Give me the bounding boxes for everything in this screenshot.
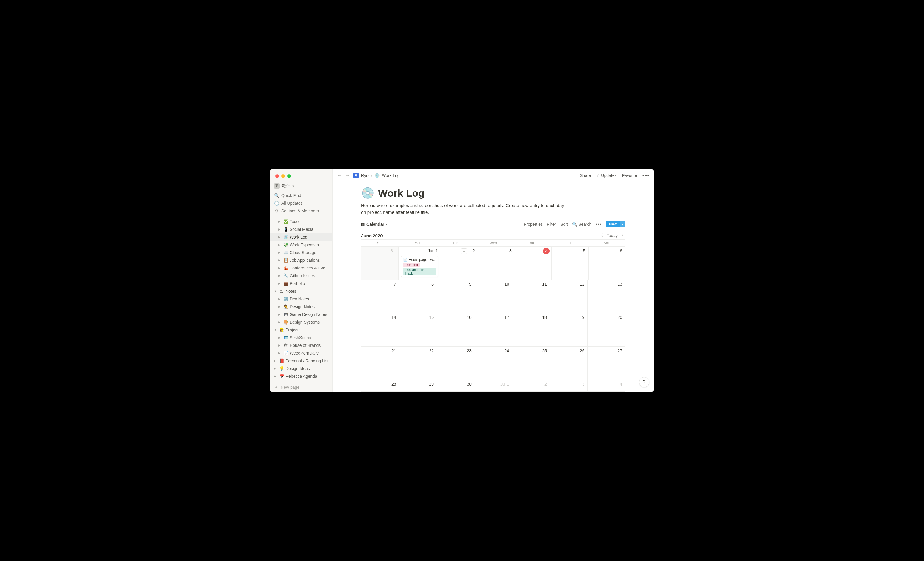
sidebar-item[interactable]: ▶📄WeedPornDaily <box>270 349 332 357</box>
calendar-cell[interactable]: 26 <box>550 346 588 380</box>
quick-find[interactable]: 🔍 Quick Find <box>270 191 332 199</box>
calendar-cell[interactable]: 2 <box>512 380 550 392</box>
chevron-right-icon[interactable]: ▶ <box>278 251 282 254</box>
sidebar-item[interactable]: ▶⚙️Dev Notes <box>270 295 332 303</box>
sidebar-item[interactable]: ▶🎪Conferences & Events <box>270 264 332 272</box>
chevron-right-icon[interactable]: ▶ <box>278 305 282 308</box>
breadcrumb-root[interactable]: Ryo <box>361 173 369 178</box>
chevron-right-icon[interactable]: ▶ <box>278 352 282 355</box>
calendar-cell[interactable]: 7 <box>362 280 399 313</box>
chevron-right-icon[interactable]: ▶ <box>278 336 282 339</box>
calendar-cell[interactable]: 6 <box>588 246 625 280</box>
chevron-right-icon[interactable]: ▶ <box>274 367 278 370</box>
minimize-icon[interactable] <box>281 174 285 178</box>
close-icon[interactable] <box>275 174 279 178</box>
calendar-cell[interactable]: 27 <box>587 346 625 380</box>
chevron-down-icon[interactable]: ▼ <box>274 290 278 293</box>
new-page-button[interactable]: ＋ New page <box>270 382 332 392</box>
sidebar-item[interactable]: ▶🎮Game Design Notes <box>270 311 332 318</box>
chevron-right-icon[interactable]: ▶ <box>278 282 282 285</box>
calendar-cell[interactable]: 19 <box>550 313 588 346</box>
toolbar-more-icon[interactable]: ••• <box>596 223 602 226</box>
share-button[interactable]: Share <box>580 173 591 178</box>
page-description[interactable]: Here is where examples and screenshots o… <box>361 202 570 215</box>
calendar-cell[interactable]: 17 <box>474 313 512 346</box>
sidebar-item[interactable]: ▶📕Personal / Reading List <box>270 357 332 365</box>
sidebar-item[interactable]: ▶🪪SeshSource <box>270 334 332 341</box>
sidebar-item[interactable]: ▶☁️Cloud Storage <box>270 249 332 256</box>
chevron-right-icon[interactable]: ▶ <box>278 228 282 231</box>
calendar-today-button[interactable]: Today <box>607 233 618 238</box>
chevron-right-icon[interactable]: ▶ <box>278 321 282 324</box>
breadcrumb-page[interactable]: Work Log <box>382 173 400 178</box>
calendar-cell[interactable]: 24 <box>474 346 512 380</box>
sidebar-item[interactable]: ▶🏛House of Brands <box>270 341 332 349</box>
calendar-cell[interactable]: 30 <box>437 380 474 392</box>
search-button[interactable]: 🔍 Search <box>572 222 591 227</box>
sort-button[interactable]: Sort <box>560 222 568 227</box>
more-icon[interactable]: ••• <box>642 174 650 177</box>
calendar-cell[interactable]: 18 <box>512 313 550 346</box>
chevron-right-icon[interactable]: ▶ <box>278 236 282 239</box>
maximize-icon[interactable] <box>287 174 291 178</box>
chevron-right-icon[interactable]: ▶ <box>278 274 282 277</box>
calendar-cell[interactable]: 21 <box>362 346 399 380</box>
chevron-right-icon[interactable]: ▶ <box>278 298 282 301</box>
calendar-cell[interactable]: 28 <box>362 380 399 392</box>
calendar-cell[interactable]: 12 <box>550 280 588 313</box>
calendar-cell[interactable]: 20 <box>587 313 625 346</box>
view-switcher[interactable]: ▦ Calendar ▾ <box>361 222 388 227</box>
calendar-cell[interactable]: 31 <box>362 246 398 280</box>
sidebar-item[interactable]: ▶📋Job Applications <box>270 256 332 264</box>
help-button[interactable]: ? <box>639 377 649 387</box>
chevron-right-icon[interactable]: ▶ <box>278 259 282 262</box>
chevron-right-icon[interactable]: ▶ <box>278 220 282 223</box>
page-icon[interactable]: 💿 <box>361 187 375 199</box>
chevron-right-icon[interactable]: ▶ <box>274 359 278 362</box>
calendar-cell[interactable]: 16 <box>437 313 474 346</box>
chevron-right-icon[interactable]: ▶ <box>278 344 282 347</box>
sidebar-item[interactable]: ▶📅Rebecca Agenda <box>270 373 332 380</box>
calendar-cell[interactable]: 4 <box>515 246 552 280</box>
filter-button[interactable]: Filter <box>547 222 556 227</box>
page-title[interactable]: Work Log <box>378 187 424 199</box>
calendar-cell[interactable]: 25 <box>512 346 550 380</box>
chevron-down-icon[interactable]: ▼ <box>274 328 278 331</box>
calendar-cell[interactable]: 29 <box>399 380 437 392</box>
settings-members[interactable]: ⚙ Settings & Members <box>270 207 332 215</box>
calendar-cell[interactable]: 5 <box>551 246 588 280</box>
calendar-next-button[interactable]: 〉 <box>621 233 626 238</box>
calendar-cell[interactable]: 22 <box>399 346 437 380</box>
calendar-cell[interactable]: 11 <box>512 280 550 313</box>
calendar-cell[interactable]: 10 <box>474 280 512 313</box>
calendar-cell[interactable]: Jun 1📄Hours page - w…FrontendFreelance T… <box>398 246 441 280</box>
chevron-right-icon[interactable]: ▶ <box>278 266 282 269</box>
nav-forward-button[interactable]: → <box>345 173 350 178</box>
sidebar-item[interactable]: ▶💸Work Expenses <box>270 241 332 249</box>
sidebar-item[interactable]: ▶📱Social Media <box>270 226 332 233</box>
chevron-right-icon[interactable]: ▶ <box>278 313 282 316</box>
chevron-right-icon[interactable]: ▶ <box>278 243 282 246</box>
sidebar-item[interactable]: ▶💿Work Log <box>270 233 332 241</box>
calendar-cell[interactable]: 14 <box>362 313 399 346</box>
add-entry-button[interactable]: ＋ <box>461 248 467 254</box>
new-button[interactable]: New ▾ <box>606 221 626 227</box>
sidebar-item[interactable]: ▶💼Portfolio <box>270 280 332 287</box>
calendar-cell[interactable]: 3 <box>550 380 588 392</box>
new-button-dropdown[interactable]: ▾ <box>620 221 626 227</box>
all-updates[interactable]: 🕘 All Updates <box>270 199 332 207</box>
favorite-button[interactable]: Favorite <box>622 173 638 178</box>
calendar-cell[interactable]: 3 <box>478 246 515 280</box>
calendar-cell[interactable]: 23 <box>437 346 474 380</box>
calendar-cell[interactable]: 2＋ <box>441 246 478 280</box>
calendar-cell[interactable]: 4 <box>587 380 625 392</box>
sidebar-item[interactable]: ▶✅Todo <box>270 218 332 226</box>
chevron-right-icon[interactable]: ▶ <box>274 375 278 378</box>
sidebar-item[interactable]: ▶🎨Design Systems <box>270 318 332 326</box>
workspace-switcher[interactable]: 亮 亮介 ⇅ <box>270 182 332 191</box>
calendar-cell[interactable]: Jul 1 <box>474 380 512 392</box>
sidebar-item[interactable]: ▼👷Projects <box>270 326 332 334</box>
nav-back-button[interactable]: ← <box>337 173 342 178</box>
sidebar-item[interactable]: ▶🔧Github Issues <box>270 272 332 280</box>
calendar-prev-button[interactable]: 〈 <box>599 233 603 238</box>
